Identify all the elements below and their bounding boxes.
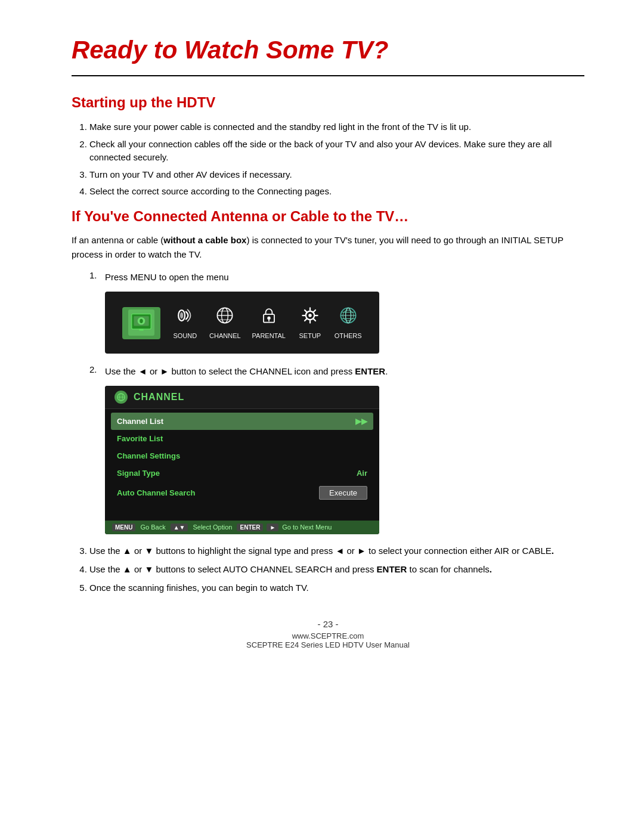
channel-header-title: CHANNEL: [134, 392, 184, 402]
list-item: Use the ▲ or ▼ buttons to select AUTO CH…: [89, 562, 584, 577]
list-item: Check all your connection cables off the…: [89, 138, 584, 165]
channel-settings-label: Channel Settings: [117, 451, 367, 460]
list-item: Select the correct source according to t…: [89, 185, 584, 199]
menu-key: MENU: [112, 524, 135, 531]
step1-content: Press MENU to open the menu: [105, 270, 584, 354]
tv-menu-screenshot: SOUND CHANNEL: [105, 292, 379, 354]
footer-manual: SCEPTRE E24 Series LED HDTV User Manual: [72, 640, 584, 649]
go-back-text: Go Back: [140, 524, 165, 531]
right-key: ►: [267, 524, 278, 531]
nav-key: ▲▼: [171, 524, 188, 531]
section2-intro: If an antenna or cable (without a cable …: [72, 233, 584, 262]
list-item: Use the ▲ or ▼ buttons to highlight the …: [89, 544, 584, 558]
page-number: - 23 -: [72, 619, 584, 629]
others-label: OTHERS: [335, 332, 362, 339]
channel-label: CHANNEL: [209, 332, 241, 339]
channel-icon: [212, 302, 238, 329]
svg-point-3: [140, 318, 143, 323]
step2-num: 2.: [89, 364, 105, 374]
channel-row-auto: Auto Channel Search Execute: [105, 482, 379, 504]
svg-point-13: [267, 316, 270, 319]
menu-item-others: OTHERS: [335, 302, 362, 339]
channel-header-icon: [114, 391, 128, 404]
step1-num: 1.: [89, 270, 105, 280]
setup-label: SETUP: [299, 332, 321, 339]
svg-line-23: [313, 310, 315, 312]
channel-row-settings: Channel Settings: [105, 447, 379, 465]
menu-item-picture: [122, 307, 160, 339]
auto-search-label: Auto Channel Search: [117, 488, 319, 497]
footer-website: www.SCEPTRE.com: [72, 631, 584, 640]
page-footer: - 23 - www.SCEPTRE.com SCEPTRE E24 Serie…: [72, 619, 584, 649]
list-item: Once the scanning finishes, you can begi…: [89, 581, 584, 595]
step2-text: Use the ◄ or ► button to select the CHAN…: [105, 364, 584, 379]
section1-title: Starting up the HDTV: [72, 94, 584, 111]
channel-body: Channel List ▶▶ Favorite List Channel Se…: [105, 409, 379, 521]
execute-button[interactable]: Execute: [319, 486, 367, 500]
sound-label: SOUND: [173, 332, 197, 339]
signal-type-value: Air: [357, 469, 367, 478]
step1-row: 1. Press MENU to open the menu: [89, 270, 584, 354]
channel-row-list: Channel List ▶▶: [111, 413, 373, 430]
others-icon: [335, 302, 361, 329]
section1-steps: Make sure your power cable is connected …: [89, 120, 584, 199]
svg-line-22: [313, 318, 315, 321]
page-title: Ready to Watch Some TV?: [72, 36, 584, 64]
channel-header: CHANNEL: [105, 386, 379, 409]
svg-rect-4: [140, 329, 144, 330]
channel-list-label: Channel List: [117, 417, 355, 426]
menu-item-parental: PARENTAL: [252, 302, 286, 339]
channel-list-value: ▶▶: [355, 417, 367, 426]
list-item: Turn on your TV and other AV devices if …: [89, 168, 584, 182]
menu-item-sound: SOUND: [172, 302, 198, 339]
tv-menu-icons: SOUND CHANNEL: [117, 302, 367, 345]
step2-content: Use the ◄ or ► button to select the CHAN…: [105, 364, 584, 534]
enter-key: ENTER: [237, 524, 263, 531]
svg-point-6: [180, 312, 183, 318]
picture-icon: [128, 309, 154, 336]
menu-item-setup: SETUP: [297, 302, 323, 339]
svg-line-24: [305, 318, 307, 321]
sound-icon: [172, 302, 198, 329]
svg-point-16: [308, 314, 311, 317]
step1-text: Press MENU to open the menu: [105, 270, 584, 284]
setup-icon: [297, 302, 323, 329]
section2-remaining-steps: Use the ▲ or ▼ buttons to highlight the …: [89, 544, 584, 595]
favorite-list-label: Favorite List: [117, 434, 367, 443]
step2-row: 2. Use the ◄ or ► button to select the C…: [89, 364, 584, 534]
parental-label: PARENTAL: [252, 332, 286, 339]
menu-item-channel: CHANNEL: [209, 302, 241, 339]
channel-row-favorite: Favorite List: [105, 430, 379, 447]
title-divider: [72, 75, 584, 76]
parental-icon: [256, 302, 282, 329]
channel-footer: MENU Go Back ▲▼ Select Option ENTER ► Go…: [105, 521, 379, 534]
signal-type-label: Signal Type: [117, 469, 357, 478]
svg-line-21: [305, 310, 307, 312]
section2-title: If You've Connected Antenna or Cable to …: [72, 208, 584, 225]
channel-menu-screenshot: CHANNEL Channel List ▶▶ Favorite List Ch…: [105, 386, 379, 534]
next-menu-text: Go to Next Menu: [282, 524, 332, 531]
list-item: Make sure your power cable is connected …: [89, 120, 584, 134]
channel-row-signal: Signal Type Air: [105, 465, 379, 482]
select-option-text: Select Option: [193, 524, 232, 531]
